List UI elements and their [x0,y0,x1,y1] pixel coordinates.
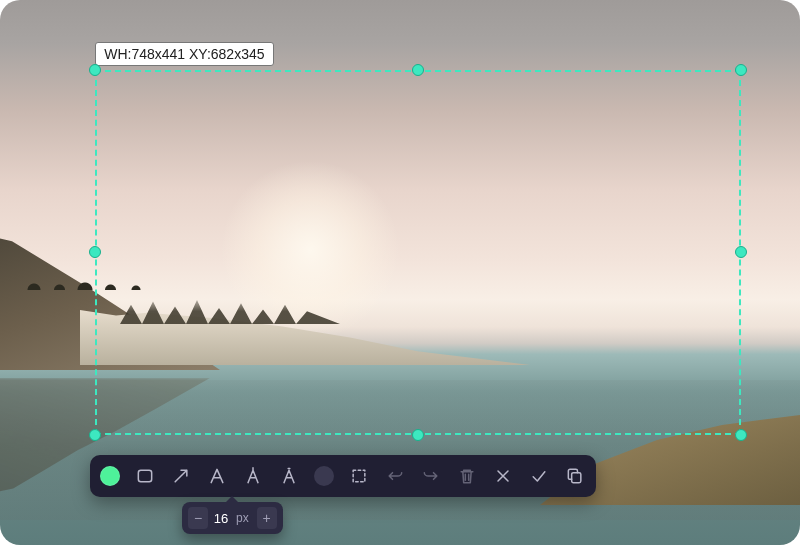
resize-handle-s[interactable] [412,429,424,441]
redo-button[interactable] [420,465,442,487]
undo-icon [385,466,405,486]
size-increase-button[interactable]: + [257,507,277,529]
cancel-button[interactable] [492,465,514,487]
undo-button[interactable] [384,465,406,487]
size-decrease-button[interactable]: − [188,507,208,529]
svg-rect-2 [572,473,581,483]
copy-button[interactable] [564,465,586,487]
resize-handle-nw[interactable] [89,64,101,76]
confirm-icon [529,466,549,486]
resize-handle-e[interactable] [735,246,747,258]
annotation-toolbar [90,455,596,497]
arrow-icon [171,466,191,486]
pen-tool[interactable] [278,465,300,487]
rectangle-tool[interactable] [134,465,156,487]
redo-icon [421,466,441,486]
selection-info-text: WH:748x441 XY:682x345 [104,46,264,62]
svg-rect-0 [138,470,151,482]
resize-handle-w[interactable] [89,246,101,258]
text-icon [207,466,227,486]
svg-rect-1 [353,470,365,482]
color-swatch-secondary[interactable] [314,466,334,486]
cancel-icon [493,466,513,486]
resize-handle-n[interactable] [412,64,424,76]
selection-rect[interactable] [95,70,741,435]
rectangle-icon [135,466,155,486]
color-swatch-active[interactable] [100,466,120,486]
delete-button[interactable] [456,465,478,487]
delete-icon [457,466,477,486]
screenshot-canvas: WH:748x441 XY:682x345 − 16 px + [0,0,800,545]
resize-handle-sw[interactable] [89,429,101,441]
size-popover: − 16 px + [182,502,283,534]
highlight-icon [243,466,263,486]
selection-info-badge: WH:748x441 XY:682x345 [95,42,273,66]
size-value: 16 [212,511,230,526]
resize-handle-se[interactable] [735,429,747,441]
arrow-tool[interactable] [170,465,192,487]
size-unit-label: px [236,511,249,525]
confirm-button[interactable] [528,465,550,487]
pen-icon [279,466,299,486]
crop-tool[interactable] [348,465,370,487]
copy-icon [565,466,585,486]
crop-icon [349,466,369,486]
resize-handle-ne[interactable] [735,64,747,76]
text-tool[interactable] [206,465,228,487]
highlight-tool[interactable] [242,465,264,487]
